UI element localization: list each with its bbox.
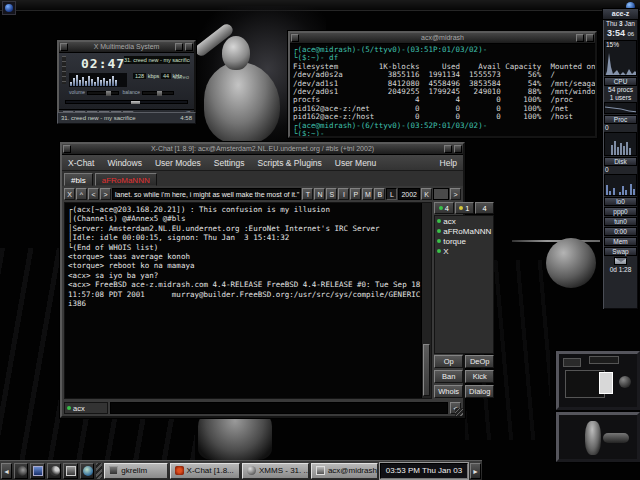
launcher-eterm-icon[interactable] (14, 463, 28, 479)
next-tab-button[interactable]: > (100, 188, 111, 200)
xchat-titlebar[interactable]: X-Chat [1.8.9]: acx@Amsterdam2.NL.EU.und… (62, 144, 463, 155)
playlist-track-time: 4:58 (180, 113, 192, 123)
seek-handle[interactable] (131, 101, 140, 104)
key-input[interactable] (433, 188, 449, 200)
voice-count[interactable]: 1 (455, 202, 474, 214)
close-button[interactable] (454, 145, 462, 153)
menu-xchat[interactable]: X-Chat (68, 158, 94, 168)
userlist[interactable]: acx aFRoMaNNN torque X (434, 215, 494, 354)
mem-meter[interactable]: Mem (604, 237, 637, 246)
expand-button[interactable]: > (450, 188, 461, 200)
volume-slider[interactable] (87, 91, 119, 95)
scrollbar-thumb[interactable] (423, 344, 430, 396)
iconify-button[interactable] (291, 34, 299, 42)
resize-grip[interactable] (455, 408, 463, 416)
proc-label[interactable]: Proc (604, 115, 637, 124)
task-xchat[interactable]: X-Chat [1.8... (170, 463, 240, 479)
prev-tab-button[interactable]: < (88, 188, 99, 200)
launcher-terminal-icon[interactable] (63, 463, 77, 479)
mode-p-button[interactable]: P (350, 188, 361, 200)
mode-m-button[interactable]: M (362, 188, 373, 200)
swap-meter[interactable]: Swap (604, 247, 637, 256)
launcher-screen-icon[interactable] (30, 463, 44, 479)
xmms-spectrum-analyzer[interactable] (69, 73, 127, 87)
blue-orb-icon (5, 4, 13, 12)
pager-desktop-1[interactable] (556, 351, 640, 410)
topic-input[interactable]: lanet. so while i'm here, i might as wel… (112, 188, 301, 200)
terminal-output[interactable]: ┌(ace@midrash)-(5/ttyv0)-(03:51P:01/03/0… (290, 44, 595, 136)
cpu-label[interactable]: CPU (604, 77, 637, 86)
close-button[interactable] (185, 43, 193, 51)
dialog-button[interactable]: Dialog (465, 385, 494, 398)
gkrellm-hostname[interactable]: ace-z (603, 9, 638, 20)
disk-label[interactable]: Disk (604, 157, 637, 166)
close-tab-button[interactable]: X (64, 188, 75, 200)
whois-button[interactable]: Whois (434, 385, 463, 398)
task-terminal[interactable]: acx@midrash (311, 463, 378, 479)
maximize-button[interactable] (175, 43, 183, 51)
launcher-moon-icon[interactable] (47, 463, 61, 479)
taskbar-scroll-right-button[interactable]: ► (470, 463, 481, 479)
tab-bls[interactable]: #bls (64, 173, 93, 186)
total-count[interactable]: 4 (475, 202, 494, 214)
menu-scripts-plugins[interactable]: Scripts & Plugins (258, 158, 322, 168)
chat-scrollbar[interactable] (421, 203, 431, 398)
mode-b-button[interactable]: B (374, 188, 385, 200)
xmms-titlebar[interactable]: X Multimedia System (59, 42, 194, 53)
mode-k-button[interactable]: K (421, 188, 432, 200)
mode-i-button[interactable]: I (338, 188, 349, 200)
user-item[interactable]: acx (437, 217, 491, 227)
user-item[interactable]: torque (437, 237, 491, 247)
menu-help[interactable]: Help (440, 158, 457, 168)
iconified-window-icon[interactable] (2, 1, 16, 15)
tab-afromannn[interactable]: aFRoMaNNN (95, 173, 157, 186)
maximize-button[interactable] (444, 145, 452, 153)
menu-user-menu[interactable]: User Menu (335, 158, 377, 168)
xchat-window: X-Chat [1.8.9]: acx@Amsterdam2.NL.EU.und… (60, 142, 465, 418)
pager-desktop-2[interactable] (556, 412, 640, 462)
xmms-seek-bar[interactable] (65, 100, 188, 104)
kick-button[interactable]: Kick (465, 370, 494, 383)
net-ppp0-label[interactable]: ppp0 (604, 207, 637, 216)
taskbar-separator (96, 463, 102, 479)
mode-l-button[interactable]: L (386, 188, 397, 200)
timer-button[interactable]: 0:00 (604, 227, 637, 236)
menu-windows[interactable]: Windows (107, 158, 141, 168)
chat-text[interactable]: ┌(acx[~ace@203.168.20.21]) : This confus… (65, 203, 421, 398)
ban-button[interactable]: Ban (434, 370, 463, 383)
user-item[interactable]: X (437, 247, 491, 257)
limit-input[interactable]: 2002 (398, 188, 420, 200)
deop-button[interactable]: DeOp (465, 355, 494, 368)
op-button[interactable]: Op (434, 355, 463, 368)
task-gkrellm[interactable]: gkrellm (104, 463, 167, 479)
maximize-button[interactable] (576, 34, 584, 42)
launcher-globe-icon[interactable] (80, 463, 94, 479)
menu-settings[interactable]: Settings (214, 158, 245, 168)
taskbar-scroll-left-button[interactable]: ◄ (1, 463, 12, 479)
xmms-icon (247, 466, 256, 475)
xmms-time-display[interactable]: 02:47 (81, 56, 125, 71)
xmms-track-marquee[interactable]: 31. creed new - my sacrifice (4:58) (124, 56, 190, 64)
mail-icon[interactable] (614, 257, 627, 265)
pop-tab-button[interactable]: ^ (76, 188, 87, 200)
net-lo0-label[interactable]: lo0 (604, 197, 637, 206)
xmms-clutterbar[interactable] (62, 56, 66, 84)
balance-slider[interactable] (142, 91, 174, 95)
mode-n-button[interactable]: N (314, 188, 325, 200)
menu-user-modes[interactable]: User Modes (155, 158, 201, 168)
user-item[interactable]: aFRoMaNNN (437, 227, 491, 237)
mode-s-button[interactable]: S (326, 188, 337, 200)
message-input[interactable] (110, 402, 448, 414)
iconify-button[interactable] (60, 43, 68, 51)
task-xmms[interactable]: XMMS - 31. ... (242, 463, 309, 479)
iconify-button[interactable] (63, 145, 71, 153)
close-button[interactable] (586, 34, 594, 42)
net-tun0-label[interactable]: tun0 (604, 217, 637, 226)
op-dot-icon (437, 239, 441, 243)
xmms-playlist-shade[interactable]: 4:58 31. creed new - my sacrifice (57, 112, 196, 124)
xmms-window-title: X Multimedia System (94, 43, 160, 50)
taskbar-clock: 03:53 PM Thu Jan 03 (380, 463, 468, 479)
ops-count[interactable]: 4 (434, 202, 453, 214)
terminal-titlebar[interactable]: acx@midrash (290, 33, 595, 44)
mode-t-button[interactable]: T (302, 188, 313, 200)
